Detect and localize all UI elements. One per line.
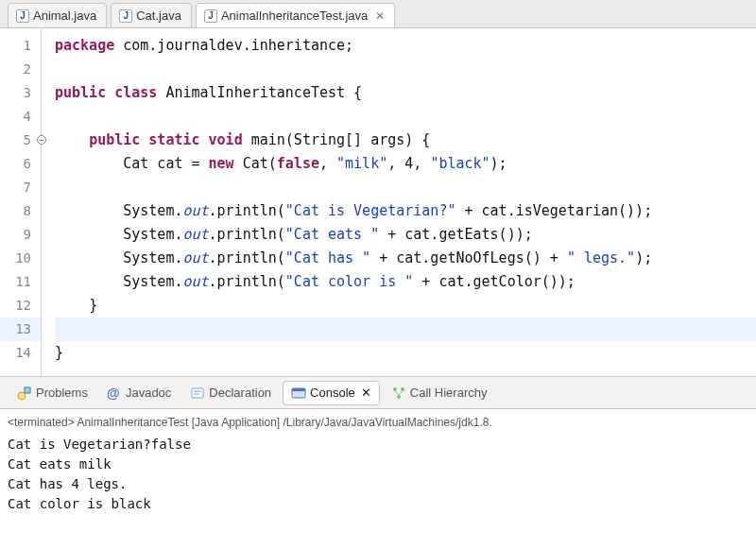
declaration-icon (190, 386, 205, 401)
field-ref: out (182, 202, 208, 219)
code-text (106, 84, 114, 101)
close-icon[interactable]: ✕ (375, 9, 385, 23)
code-text: , 4, (387, 155, 430, 172)
tab-call-hierarchy[interactable]: Call Hierarchy (384, 382, 495, 404)
code-text: ); (635, 249, 652, 266)
code-text: .println( (209, 273, 285, 290)
code-text (200, 131, 209, 148)
keyword: public (89, 131, 140, 148)
code-line: package com.journaldev.inheritance; (55, 34, 756, 58)
java-file-icon: J (119, 9, 132, 23)
code-line: System.out.println("Cat eats " + cat.get… (55, 223, 756, 247)
tab-label: Problems (36, 386, 88, 400)
keyword: false (277, 155, 319, 172)
tab-label: Call Hierarchy (410, 386, 488, 400)
code-line: System.out.println("Cat is Vegetarian?" … (55, 199, 756, 223)
string-literal: "Cat has " (285, 249, 370, 266)
code-content[interactable]: package com.journaldev.inheritance; publ… (42, 28, 756, 376)
problems-icon (17, 386, 32, 401)
code-text: + cat.getNoOfLegs() + (370, 249, 567, 266)
line-number: 5 − (0, 129, 41, 152)
code-text: Cat( (234, 155, 277, 172)
line-number: 1 (0, 34, 41, 58)
code-text: + cat.isVegetarian()); (455, 202, 652, 219)
field-ref: out (182, 226, 208, 243)
svg-rect-2 (192, 388, 203, 398)
keyword: void (209, 131, 243, 148)
keyword: static (148, 131, 199, 148)
line-number: 3 (0, 81, 41, 105)
line-number-text: 5 (24, 132, 31, 147)
field-ref: out (182, 273, 208, 290)
editor-tab-cat[interactable]: J Cat.java (111, 3, 192, 27)
console-view: <terminated> AnimalInheritanceTest [Java… (0, 409, 756, 518)
close-icon[interactable]: ✕ (361, 386, 371, 400)
code-line: } (55, 341, 756, 365)
editor-tab-animal[interactable]: J Animal.java (8, 3, 107, 27)
code-text: System. (123, 226, 182, 243)
code-text: .println( (209, 226, 285, 243)
java-file-icon: J (16, 9, 29, 23)
keyword: class (114, 84, 157, 101)
console-header: <terminated> AnimalInheritanceTest [Java… (8, 413, 748, 433)
code-text: com.journaldev.inheritance; (114, 37, 353, 54)
code-text: AnimalInheritanceTest { (157, 84, 362, 101)
code-text: main(String[] args) { (243, 131, 431, 148)
code-text: .println( (209, 249, 285, 266)
code-line (55, 105, 756, 129)
tab-label: Declaration (209, 386, 271, 400)
line-number: 7 (0, 176, 41, 199)
editor-tab-label: AnimalInheritanceTest.java (221, 9, 368, 23)
code-text: System. (123, 249, 182, 266)
keyword: package (55, 37, 114, 54)
code-text: System. (123, 202, 182, 219)
tab-problems[interactable]: Problems (9, 382, 95, 404)
string-literal: "black" (430, 155, 490, 172)
tab-declaration[interactable]: Declaration (182, 382, 279, 404)
java-file-icon: J (204, 9, 217, 23)
string-literal: "Cat color is " (285, 273, 413, 290)
console-icon (291, 386, 306, 401)
string-literal: "Cat eats " (285, 226, 379, 243)
code-text: Cat cat = (123, 155, 208, 172)
keyword: public (55, 84, 106, 101)
tab-console[interactable]: Console ✕ (283, 381, 380, 405)
code-text: ); (490, 155, 507, 172)
console-line: Cat is Vegetarian?false (8, 435, 748, 455)
editor-tab-animal-inheritance-test[interactable]: J AnimalInheritanceTest.java ✕ (196, 3, 395, 27)
line-number: 6 (0, 152, 41, 176)
line-number: 9 (0, 223, 41, 247)
code-text (140, 131, 148, 148)
code-line: } (55, 294, 756, 317)
svg-point-8 (401, 387, 404, 391)
code-line (55, 176, 756, 199)
code-line: System.out.println("Cat color is " + cat… (55, 270, 756, 294)
line-number: 11 (0, 270, 41, 294)
code-text: } (89, 297, 97, 314)
code-line: public static void main(String[] args) { (55, 129, 756, 152)
field-ref: out (182, 249, 208, 266)
string-literal: "milk" (336, 155, 387, 172)
code-text: .println( (209, 202, 285, 219)
line-number: 14 (0, 341, 41, 365)
line-number: 8 (0, 199, 41, 223)
line-number: 4 (0, 105, 41, 129)
string-literal: " legs." (567, 249, 635, 266)
console-line: Cat has 4 legs. (8, 474, 748, 494)
code-text: + cat.getColor()); (413, 273, 576, 290)
code-text: , (319, 155, 336, 172)
console-line: Cat color is black (8, 494, 748, 514)
svg-rect-6 (292, 388, 305, 391)
svg-point-7 (393, 387, 397, 391)
code-text: System. (123, 273, 182, 290)
code-text: } (55, 344, 63, 361)
console-line: Cat eats milk (8, 455, 748, 474)
line-number: 12 (0, 294, 41, 317)
tab-javadoc[interactable]: @ Javadoc (99, 382, 179, 404)
fold-icon[interactable]: − (37, 135, 46, 145)
code-editor[interactable]: 1 2 3 4 5 − 6 7 8 9 10 11 12 13 14 packa… (0, 28, 756, 377)
editor-tab-bar: J Animal.java J Cat.java J AnimalInherit… (0, 0, 756, 28)
tab-label: Javadoc (126, 386, 171, 400)
svg-point-9 (397, 395, 401, 399)
string-literal: "Cat is Vegetarian?" (285, 202, 456, 219)
